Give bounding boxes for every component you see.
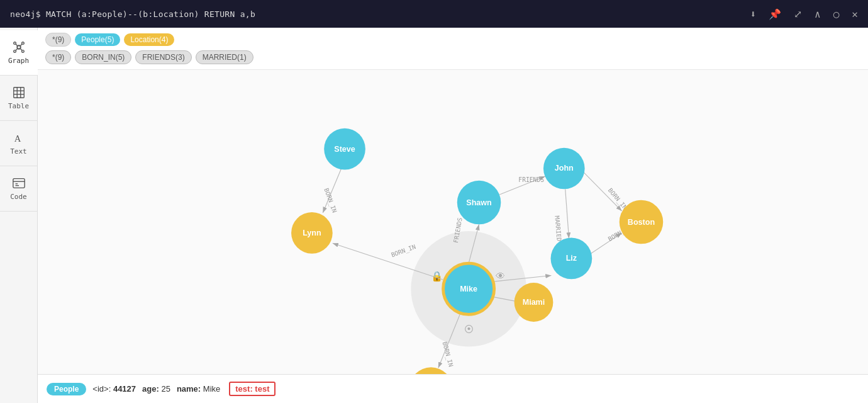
node-steve-label: Steve bbox=[334, 145, 355, 154]
node-sanfrancisco[interactable] bbox=[409, 367, 453, 374]
chevron-up-icon[interactable]: ∧ bbox=[815, 8, 821, 20]
sidebar-table-label: Table bbox=[8, 102, 29, 110]
node-boston-label: Boston bbox=[628, 218, 655, 227]
status-age: age: 25 bbox=[142, 384, 170, 394]
svg-point-2 bbox=[21, 42, 24, 45]
table-icon bbox=[12, 86, 26, 99]
expand-icon[interactable]: ⤢ bbox=[794, 8, 802, 20]
query-text: neo4j$ MATCH (a:People)--(b:Location) RE… bbox=[10, 9, 255, 19]
status-name: name: Mike bbox=[177, 384, 220, 394]
badge-friends[interactable]: FRIENDS(3) bbox=[135, 50, 191, 64]
download-icon[interactable]: ⬇ bbox=[750, 8, 756, 20]
svg-point-1 bbox=[13, 42, 16, 45]
status-people-badge: People bbox=[47, 383, 86, 395]
edge-label-born-sf: BORN_IN bbox=[441, 341, 455, 368]
header-bar: neo4j$ MATCH (a:People)--(b:Location) RE… bbox=[0, 0, 868, 28]
badge-born-in[interactable]: BORN_IN(5) bbox=[75, 50, 131, 64]
pin-icon[interactable]: 📌 bbox=[769, 8, 781, 20]
sidebar-item-table[interactable]: Table bbox=[0, 76, 38, 121]
status-test: test: test bbox=[229, 382, 275, 396]
edge-john-liz bbox=[565, 189, 569, 238]
graph-area[interactable]: 🔒 👁 ⦿ FRIENDS FRIENDS BORN_IN MARRIED BO… bbox=[38, 70, 868, 374]
badge-all-rels[interactable]: *(9) bbox=[45, 50, 71, 64]
svg-point-3 bbox=[13, 50, 16, 53]
node-liz-label: Liz bbox=[566, 254, 577, 263]
main-content: *(9) People(5) Location(4) *(9) BORN_IN(… bbox=[38, 28, 868, 403]
close-icon[interactable]: ✕ bbox=[852, 8, 858, 20]
header-icons: ⬇ 📌 ⤢ ∧ ○ ✕ bbox=[750, 8, 858, 20]
refresh-icon[interactable]: ○ bbox=[833, 8, 840, 20]
graph-svg[interactable]: 🔒 👁 ⦿ FRIENDS FRIENDS BORN_IN MARRIED BO… bbox=[38, 70, 868, 374]
badge-location[interactable]: Location(4) bbox=[124, 33, 174, 46]
svg-line-8 bbox=[20, 48, 22, 50]
network-icon: ⦿ bbox=[464, 324, 474, 335]
sidebar-code-label: Code bbox=[10, 193, 27, 201]
badge-all-nodes[interactable]: *(9) bbox=[45, 33, 71, 47]
sidebar-item-text[interactable]: A Text bbox=[0, 121, 38, 166]
sidebar-item-code[interactable]: Code bbox=[0, 166, 38, 212]
sidebar-item-graph[interactable]: Graph bbox=[0, 30, 38, 76]
svg-point-4 bbox=[21, 50, 24, 53]
svg-text:A: A bbox=[14, 133, 21, 144]
status-bar: People <id>: 44127 age: 25 name: Mike te… bbox=[38, 374, 868, 403]
node-lynn-label: Lynn bbox=[303, 229, 321, 237]
edge-label-married: MARRIED bbox=[554, 215, 563, 242]
node-mike-label: Mike bbox=[460, 285, 477, 293]
code-icon bbox=[12, 176, 26, 190]
status-id-label: <id>: 44127 bbox=[92, 384, 136, 394]
svg-line-5 bbox=[15, 44, 17, 46]
svg-line-6 bbox=[20, 44, 22, 46]
filter-row-rels: *(9) BORN_IN(5) FRIENDS(3) MARRIED(1) bbox=[45, 50, 860, 64]
node-john-label: John bbox=[555, 164, 574, 173]
text-icon: A bbox=[12, 131, 26, 145]
filter-row-nodes: *(9) People(5) Location(4) bbox=[45, 33, 860, 47]
svg-rect-15 bbox=[13, 179, 24, 188]
filter-bar: *(9) People(5) Location(4) *(9) BORN_IN(… bbox=[38, 28, 868, 70]
svg-rect-9 bbox=[13, 88, 24, 98]
badge-married[interactable]: MARRIED(1) bbox=[196, 50, 253, 64]
sidebar-text-label: Text bbox=[10, 147, 27, 156]
svg-line-7 bbox=[15, 48, 17, 50]
edge-label-born-lynn: BORN_IN bbox=[390, 243, 417, 259]
node-shawn-label: Shawn bbox=[466, 198, 491, 207]
edge-label-friends2: FRIENDS bbox=[518, 176, 544, 183]
sidebar: Graph Table A Text Code bbox=[0, 28, 38, 403]
sidebar-graph-label: Graph bbox=[8, 57, 29, 65]
graph-icon bbox=[12, 40, 26, 54]
node-miami-label: Miami bbox=[523, 298, 545, 307]
badge-people[interactable]: People(5) bbox=[75, 33, 120, 46]
svg-point-0 bbox=[17, 45, 21, 49]
edge-label-born-steve: BORN_IN bbox=[322, 187, 338, 214]
